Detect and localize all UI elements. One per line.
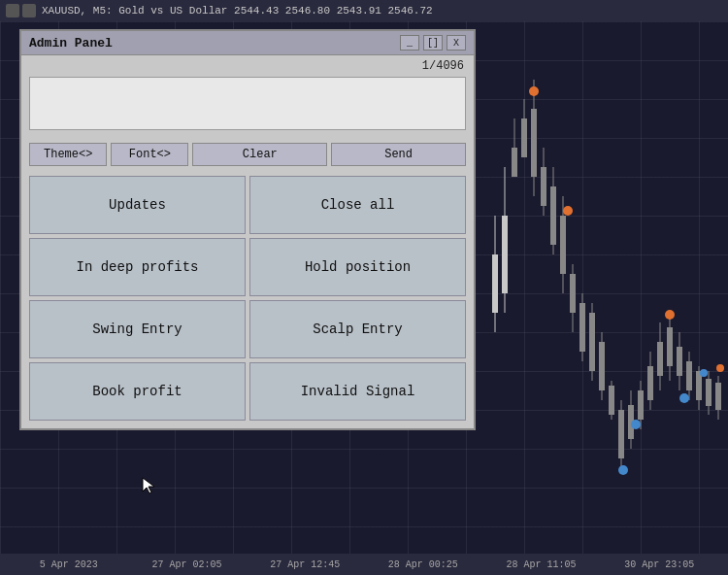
- svg-rect-31: [638, 390, 644, 420]
- signal-dot-orange-1: [529, 86, 539, 96]
- theme-button[interactable]: Theme<>: [29, 143, 107, 166]
- svg-rect-7: [521, 118, 527, 157]
- svg-rect-17: [570, 274, 576, 313]
- bar-icon: [22, 4, 36, 17]
- timeline: 5 Apr 2023 27 Apr 02:05 27 Apr 12:45 28 …: [0, 554, 728, 575]
- timeline-label-2: 27 Apr 12:45: [246, 559, 364, 570]
- toolbar-row: Theme<> Font<> Clear Send: [21, 139, 474, 170]
- text-area-container: [21, 75, 474, 139]
- svg-rect-5: [512, 148, 517, 177]
- updates-button[interactable]: Updates: [29, 176, 246, 234]
- svg-rect-19: [579, 303, 585, 352]
- top-bar-title: XAUUSD, M5: Gold vs US Dollar 2544.43 25…: [42, 5, 433, 17]
- svg-rect-25: [609, 386, 614, 415]
- signal-dot-blue-2: [631, 420, 641, 429]
- svg-rect-13: [550, 186, 556, 245]
- timeline-label-5: 30 Apr 23:05: [600, 559, 718, 570]
- svg-rect-11: [541, 167, 546, 206]
- svg-rect-41: [686, 361, 692, 390]
- message-textarea[interactable]: [29, 77, 466, 130]
- timeline-label-3: 28 Apr 00:25: [364, 559, 482, 570]
- buttons-grid: Updates Close all In deep profits Hold p…: [21, 170, 474, 428]
- close-all-button[interactable]: Close all: [249, 176, 466, 234]
- signal-dot-blue-3: [679, 393, 689, 403]
- svg-rect-9: [531, 109, 537, 177]
- invalid-signal-button[interactable]: Invalid Signal: [249, 362, 466, 421]
- counter-row: 1/4096: [21, 55, 474, 75]
- titlebar-controls: _ [] X: [400, 35, 466, 51]
- chart-icon: [6, 4, 19, 17]
- svg-rect-35: [657, 342, 663, 376]
- svg-rect-45: [706, 379, 711, 406]
- signal-dot-orange-4: [716, 364, 724, 372]
- svg-marker-48: [143, 478, 154, 493]
- svg-rect-15: [560, 216, 566, 274]
- book-profit-button[interactable]: Book profit: [29, 362, 246, 421]
- svg-rect-33: [647, 366, 653, 400]
- minimize-button[interactable]: _: [400, 35, 419, 51]
- chart-svg: [476, 21, 728, 546]
- hold-position-button[interactable]: Hold position: [249, 238, 466, 296]
- top-bar-icons: [6, 4, 36, 17]
- message-counter: 1/4096: [422, 59, 464, 73]
- in-deep-profits-button[interactable]: In deep profits: [29, 238, 246, 296]
- signal-dot-blue-1: [618, 465, 628, 475]
- clear-button[interactable]: Clear: [192, 143, 327, 166]
- svg-rect-3: [502, 216, 508, 293]
- timeline-label-0: 5 Apr 2023: [10, 559, 128, 570]
- mouse-cursor: [141, 476, 160, 500]
- svg-rect-47: [715, 383, 721, 410]
- scalp-entry-button[interactable]: Scalp Entry: [249, 300, 466, 358]
- close-button[interactable]: X: [447, 35, 466, 51]
- admin-panel-title: Admin Panel: [29, 36, 113, 51]
- signal-dot-orange-3: [665, 310, 675, 320]
- svg-rect-23: [599, 342, 605, 390]
- timeline-label-1: 27 Apr 02:05: [128, 559, 247, 570]
- admin-panel-titlebar: Admin Panel _ [] X: [21, 31, 474, 55]
- top-bar: XAUUSD, M5: Gold vs US Dollar 2544.43 25…: [0, 0, 728, 21]
- svg-rect-1: [492, 254, 498, 313]
- signal-dot-orange-2: [563, 206, 573, 216]
- svg-rect-37: [667, 327, 673, 366]
- swing-entry-button[interactable]: Swing Entry: [29, 300, 246, 358]
- admin-panel: Admin Panel _ [] X 1/4096 Theme<> Font<>…: [19, 29, 476, 430]
- restore-button[interactable]: []: [423, 35, 443, 51]
- svg-rect-27: [618, 410, 624, 458]
- timeline-label-4: 28 Apr 11:05: [482, 559, 601, 570]
- signal-dot-blue-4: [700, 369, 708, 377]
- send-button[interactable]: Send: [331, 143, 466, 166]
- svg-rect-39: [677, 347, 682, 376]
- svg-rect-21: [589, 313, 595, 371]
- font-button[interactable]: Font<>: [111, 143, 188, 166]
